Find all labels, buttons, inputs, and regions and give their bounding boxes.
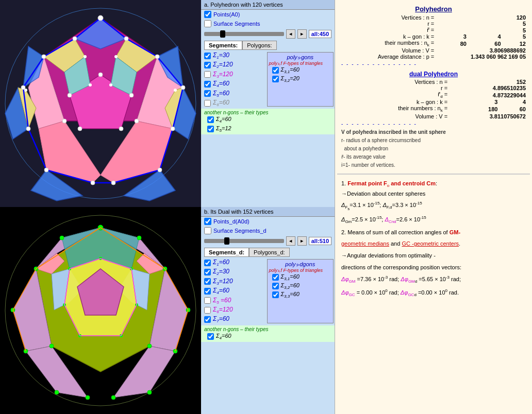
divider-1: - - - - - - - - - - - - - - - — [341, 60, 526, 68]
sigma-d6-checkbox[interactable] — [204, 307, 211, 314]
sigma2-checkbox[interactable] — [204, 62, 211, 68]
svg-point-51 — [68, 93, 72, 97]
dual-r-row: r = 4.896510235 — [341, 85, 526, 91]
dual-r-bar-label: r̄d = — [341, 91, 450, 99]
poly-d-sigma2-label: Σ3,2=60 — [281, 282, 300, 290]
sigma1-checkbox[interactable] — [204, 53, 211, 59]
sigma-d1-checkbox[interactable] — [204, 260, 211, 266]
dual-their-numbers-label: their numbers : nk = — [341, 105, 450, 113]
sigma6-checkbox[interactable] — [204, 100, 211, 107]
their-numbers-val-3: 12 — [505, 40, 526, 47]
slider-next-bottom[interactable]: ► — [297, 236, 307, 246]
svg-point-42 — [26, 127, 30, 131]
poly-sigma1-checkbox[interactable] — [272, 67, 279, 74]
points-checkbox[interactable] — [204, 11, 211, 18]
poly-header-top: poly₅-gons — [269, 54, 332, 61]
sigma5-checkbox[interactable] — [204, 90, 211, 97]
sigma-row-1: Σ1=30 — [201, 51, 264, 60]
another-sigma1-checkbox[interactable] — [207, 116, 214, 123]
avg-dist-row: Average distance : p = 1.343 060 962 169… — [341, 54, 526, 60]
right-column: Polyhedron Vertices : n = 120 r = 5 r̄ =… — [335, 0, 532, 414]
svg-point-87 — [111, 395, 115, 400]
sigma4-checkbox[interactable] — [204, 81, 211, 88]
slider-track-bottom[interactable] — [204, 239, 284, 243]
sigma-d5-checkbox[interactable] — [204, 297, 211, 304]
sigma-d6-label: Σ6=120 — [213, 306, 244, 314]
dual-their-numbers-row: their numbers : nk = 180 60 — [341, 105, 526, 113]
svg-point-90 — [49, 344, 54, 348]
sigma-row-5: Σ5=60 — [201, 89, 264, 98]
dual-their-numbers-val-2: 60 — [504, 105, 526, 113]
slider-thumb-bottom[interactable] — [224, 237, 229, 245]
volume-val: 3.8069888692 — [436, 47, 526, 54]
dual-kgon-label: k – gon : k = — [341, 99, 450, 105]
sigma-d-row-2: Σ2=30 — [201, 267, 264, 277]
polyhedron-table: Vertices : n = 120 r = 5 r̄ = 5 k – gon … — [341, 14, 526, 60]
another-d-sigma1-checkbox[interactable] — [207, 333, 214, 340]
slider-track-top[interactable] — [204, 32, 284, 36]
slider-next-top[interactable]: ► — [297, 29, 307, 39]
slider-prev-top[interactable]: ◄ — [286, 29, 295, 39]
slider-thumb-top[interactable] — [220, 30, 225, 38]
sigma-d5-label: Σ5 =60 — [213, 297, 244, 305]
sigma-d2-checkbox[interactable] — [204, 269, 211, 275]
r-val: 5 — [436, 21, 526, 27]
svg-point-88 — [86, 395, 90, 400]
dual-volume-val: 3.8110750672 — [450, 113, 526, 119]
note-1: V of polyhedra inscribed in the unit sph… — [341, 128, 526, 136]
another-d-sigma-1: Σ4=60 — [204, 332, 331, 341]
segments-tab-bottom[interactable]: Segments_d: — [204, 248, 249, 257]
segments-tab-top[interactable]: Segments: — [204, 41, 242, 50]
sigma-d3-checkbox[interactable] — [204, 278, 211, 285]
another-d-sigma1-label: Σ4=60 — [216, 333, 231, 340]
svg-point-52 — [119, 127, 123, 131]
means-line2: geometric medians and GC -geometric cent… — [341, 238, 526, 250]
angular-line1: →Angular deviations from optimality - — [341, 250, 526, 262]
surface-segments-row: Surface Segments — [201, 19, 335, 28]
volume-label: Volume : V = — [341, 47, 436, 54]
svg-point-59 — [24, 89, 27, 92]
poly-d-sigma1-checkbox[interactable] — [272, 274, 279, 281]
svg-point-54 — [114, 55, 118, 58]
surface-segments-checkbox[interactable] — [204, 20, 211, 27]
svg-point-35 — [124, 37, 128, 41]
sigma6-label: Σ6=60 — [213, 99, 244, 107]
svg-point-53 — [78, 127, 82, 131]
sigma2-label: Σ2=120 — [213, 61, 244, 69]
svg-point-77 — [137, 236, 141, 240]
another-ngons-label-top: another n-gons – their types — [204, 110, 331, 115]
svg-point-78 — [60, 236, 64, 240]
surface-segments-d-checkbox[interactable] — [204, 227, 211, 234]
svg-point-89 — [147, 344, 152, 348]
top-panel-header: a. Polyhedron with 120 vertices — [201, 0, 335, 10]
angular-line2: directions of the corresponding position… — [341, 262, 526, 273]
svg-point-41 — [171, 127, 175, 131]
top-polyhedron-svg — [0, 0, 201, 207]
kgon-val-1: 3 — [436, 33, 471, 40]
poly-header-bottom: poly₅-dgons — [269, 261, 332, 268]
sigma3-checkbox[interactable] — [204, 71, 211, 78]
sigma-d7-checkbox[interactable] — [204, 316, 211, 323]
sigma-d4-checkbox[interactable] — [204, 288, 211, 295]
polygons-tab-bottom[interactable]: Polygons_d: — [249, 248, 290, 257]
polygons-tab-top[interactable]: Polygons: — [242, 41, 276, 50]
delta-row1: ΔFs=3.1 × 10-15; ΔF,d=3.3 × 10-15 — [341, 199, 526, 213]
poly-sigma2-checkbox[interactable] — [272, 76, 279, 82]
sigma-d-row-6: Σ6=120 — [201, 305, 264, 315]
their-numbers-label: their numbers : nk = — [341, 40, 436, 47]
dual-polyhedron-table: Vertices : n = 152 r = 4.896510235 r̄d =… — [341, 79, 526, 119]
notes-section: V of polyhedra inscribed in the unit sph… — [341, 128, 526, 169]
poly-d-sigma3-checkbox[interactable] — [272, 291, 279, 298]
bottom-polyhedron-svg — [0, 207, 201, 414]
slider-prev-bottom[interactable]: ◄ — [286, 236, 295, 246]
another-sigma2-checkbox[interactable] — [207, 126, 214, 132]
sigma1-label: Σ1=30 — [213, 51, 244, 60]
points-d-label: Points_d(A0d) — [213, 218, 250, 225]
poly-d-sigma-1: Σ3,1=60 — [269, 273, 332, 282]
points-d-checkbox[interactable] — [204, 218, 211, 225]
sigma4-label: Σ4=60 — [213, 80, 244, 88]
vertices-row: Vertices : n = 120 — [341, 14, 526, 21]
poly-d-sigma2-checkbox[interactable] — [272, 283, 279, 289]
top-panel-header-text: a. Polyhedron with 120 vertices — [204, 2, 283, 8]
sigma-d-row-1: Σ1=60 — [201, 258, 264, 267]
